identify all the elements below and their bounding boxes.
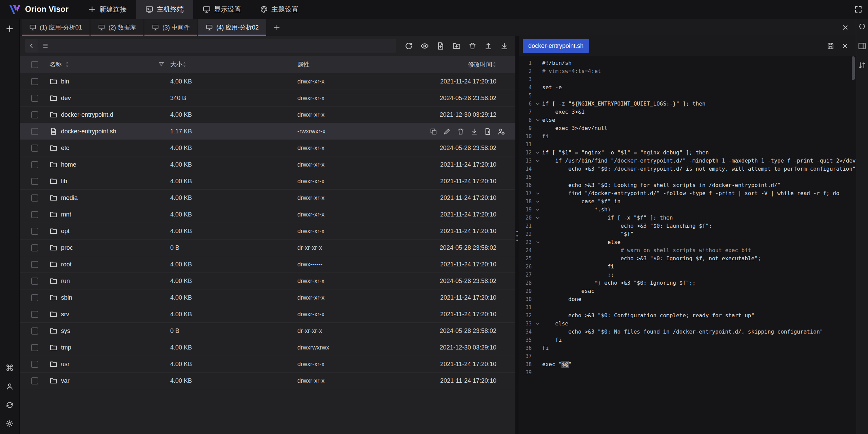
terminal-tab[interactable]: (2) 数据库 bbox=[91, 19, 143, 36]
file-row[interactable]: bin4.00 KBdrwxr-xr-x2021-11-24 17:20:10 bbox=[20, 73, 515, 90]
line-number[interactable]: 12 bbox=[519, 149, 533, 157]
line-number[interactable]: 17 bbox=[519, 189, 533, 197]
braces-icon[interactable] bbox=[858, 22, 866, 31]
filter-icon[interactable] bbox=[158, 61, 165, 68]
line-number[interactable]: 18 bbox=[519, 197, 533, 206]
file-name[interactable]: home bbox=[61, 161, 76, 168]
file-row[interactable]: lib4.00 KBdrwxr-xr-x2021-11-24 17:20:10 bbox=[20, 173, 515, 190]
file-row[interactable]: run4.00 KBdrwxr-xr-x2024-05-28 23:58:02 bbox=[20, 273, 515, 289]
line-number[interactable]: 6 bbox=[519, 100, 533, 108]
new-folder-icon[interactable] bbox=[452, 42, 461, 50]
fold-chevron-icon[interactable] bbox=[533, 197, 542, 206]
file-name[interactable]: docker-entrypoint.sh bbox=[61, 128, 116, 135]
column-mtime-label[interactable]: 修改时间 bbox=[468, 60, 492, 69]
gear-icon[interactable] bbox=[5, 419, 14, 428]
file-row[interactable]: sys0 Bdr-xr-xr-x2024-05-28 23:58:02 bbox=[20, 323, 515, 339]
line-number[interactable]: 21 bbox=[519, 222, 533, 230]
line-number[interactable]: 20 bbox=[519, 214, 533, 222]
line-number[interactable]: 9 bbox=[519, 124, 533, 132]
line-number[interactable]: 33 bbox=[519, 320, 533, 328]
editor-close-icon[interactable] bbox=[841, 42, 849, 50]
row-checkbox[interactable] bbox=[31, 294, 38, 301]
line-number[interactable]: 35 bbox=[519, 336, 533, 344]
file-name[interactable]: usr bbox=[61, 361, 70, 368]
file-name[interactable]: tmp bbox=[61, 344, 71, 351]
fold-chevron-icon[interactable] bbox=[533, 320, 542, 328]
column-size-label[interactable]: 大小 bbox=[170, 60, 182, 69]
file-row[interactable]: home4.00 KBdrwxr-xr-x2021-11-24 17:20:10 bbox=[20, 156, 515, 173]
sort-mtime-icon[interactable] bbox=[492, 61, 496, 68]
row-checkbox[interactable] bbox=[31, 244, 38, 251]
row-checkbox[interactable] bbox=[31, 228, 38, 235]
fold-chevron-icon[interactable] bbox=[533, 238, 542, 246]
panel-resize-handle[interactable] bbox=[515, 36, 519, 434]
line-number[interactable]: 34 bbox=[519, 328, 533, 336]
line-number[interactable]: 11 bbox=[519, 140, 533, 149]
line-number[interactable]: 23 bbox=[519, 238, 533, 246]
line-number[interactable]: 36 bbox=[519, 344, 533, 352]
file-name[interactable]: docker-entrypoint.d bbox=[61, 111, 113, 118]
file-row[interactable]: root4.00 KBdrwx------2021-11-24 17:20:10 bbox=[20, 256, 515, 273]
line-number[interactable]: 16 bbox=[519, 181, 533, 189]
row-checkbox[interactable] bbox=[31, 327, 38, 335]
fold-chevron-icon[interactable] bbox=[533, 116, 542, 124]
row-action-trash-icon[interactable] bbox=[457, 128, 465, 135]
row-action-permission-icon[interactable] bbox=[497, 128, 505, 135]
line-number[interactable]: 4 bbox=[519, 83, 533, 92]
line-number[interactable]: 5 bbox=[519, 92, 533, 100]
line-number[interactable]: 2 bbox=[519, 67, 533, 75]
line-number[interactable]: 22 bbox=[519, 230, 533, 238]
line-number[interactable]: 38 bbox=[519, 360, 533, 369]
line-number[interactable]: 37 bbox=[519, 352, 533, 360]
column-name-label[interactable]: 名称 bbox=[50, 60, 62, 69]
close-all-tabs-button[interactable] bbox=[835, 19, 856, 36]
row-checkbox[interactable] bbox=[31, 145, 38, 152]
fold-chevron-icon[interactable] bbox=[533, 157, 542, 165]
line-number[interactable]: 31 bbox=[519, 303, 533, 312]
row-action-download-icon[interactable] bbox=[470, 128, 478, 135]
file-name[interactable]: srv bbox=[61, 311, 69, 318]
sort-lines-icon[interactable] bbox=[858, 61, 866, 70]
new-button[interactable] bbox=[5, 24, 14, 33]
line-number[interactable]: 26 bbox=[519, 263, 533, 271]
download-icon[interactable] bbox=[500, 42, 509, 50]
row-checkbox[interactable] bbox=[31, 211, 38, 218]
refresh-icon[interactable] bbox=[405, 42, 413, 50]
file-row[interactable]: mnt4.00 KBdrwxr-xr-x2021-11-24 17:20:10 bbox=[20, 206, 515, 223]
line-number[interactable]: 25 bbox=[519, 254, 533, 263]
file-name[interactable]: sbin bbox=[61, 294, 72, 301]
row-checkbox[interactable] bbox=[31, 361, 38, 368]
fold-chevron-icon[interactable] bbox=[533, 206, 542, 214]
terminal-tab[interactable]: (1) 应用-分析01 bbox=[22, 19, 90, 36]
line-number[interactable]: 7 bbox=[519, 108, 533, 116]
file-name[interactable]: bin bbox=[61, 78, 69, 85]
line-number[interactable]: 15 bbox=[519, 173, 533, 181]
terminal-tab[interactable]: (3) 中间件 bbox=[144, 19, 197, 36]
file-name[interactable]: lib bbox=[61, 178, 67, 185]
editor-file-tab[interactable]: docker-entrypoint.sh bbox=[523, 39, 589, 53]
trash-icon[interactable] bbox=[468, 42, 477, 50]
line-number[interactable]: 30 bbox=[519, 295, 533, 303]
row-checkbox[interactable] bbox=[31, 111, 38, 118]
sync-icon[interactable] bbox=[5, 401, 14, 409]
row-action-edit-icon[interactable] bbox=[443, 128, 451, 135]
file-row[interactable]: srv4.00 KBdrwxr-xr-x2021-11-24 17:20:10 bbox=[20, 306, 515, 323]
file-name[interactable]: etc bbox=[61, 145, 69, 152]
row-checkbox[interactable] bbox=[31, 95, 38, 102]
line-number[interactable]: 14 bbox=[519, 165, 533, 173]
file-row[interactable]: tmp4.00 KBdrwxrwxrwx2021-12-30 03:29:10 bbox=[20, 339, 515, 356]
file-name[interactable]: dev bbox=[61, 95, 71, 102]
line-number[interactable]: 28 bbox=[519, 279, 533, 287]
eye-icon[interactable] bbox=[420, 42, 429, 50]
row-action-move-icon[interactable] bbox=[484, 128, 492, 135]
line-number[interactable]: 13 bbox=[519, 157, 533, 165]
file-row[interactable]: etc4.00 KBdrwxr-xr-x2024-05-28 23:58:02 bbox=[20, 140, 515, 156]
row-checkbox[interactable] bbox=[31, 278, 38, 285]
file-row[interactable]: docker-entrypoint.d4.00 KBdrwxr-xr-x2021… bbox=[20, 107, 515, 123]
file-name[interactable]: proc bbox=[61, 244, 73, 251]
line-number[interactable]: 19 bbox=[519, 206, 533, 214]
line-number[interactable]: 24 bbox=[519, 246, 533, 254]
file-name[interactable]: mnt bbox=[61, 211, 71, 218]
row-checkbox[interactable] bbox=[31, 261, 38, 268]
row-checkbox[interactable] bbox=[31, 377, 38, 384]
